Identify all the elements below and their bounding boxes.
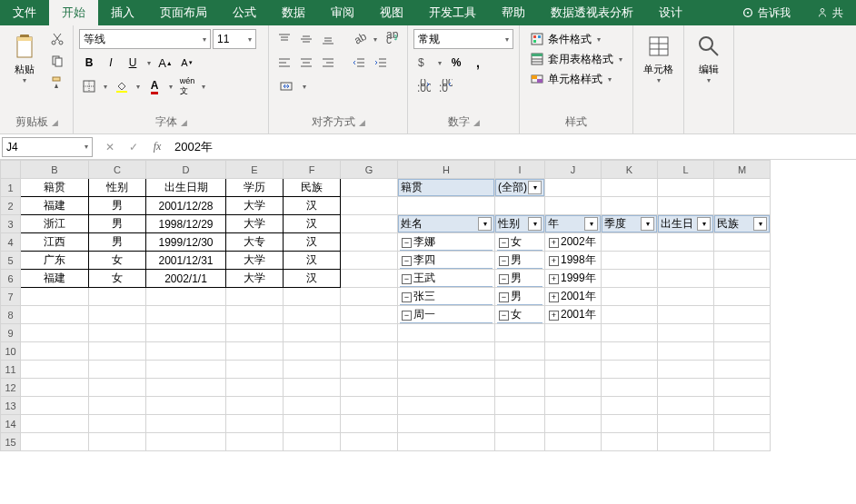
font-color-button[interactable]: A xyxy=(144,76,164,96)
cell-C1[interactable]: 性别 xyxy=(89,179,146,197)
cell-K8[interactable] xyxy=(602,306,658,324)
row-header-10[interactable]: 10 xyxy=(1,342,21,361)
cell-I15[interactable] xyxy=(495,433,545,451)
cell-H15[interactable] xyxy=(398,433,495,451)
cell-E4[interactable]: 大专 xyxy=(226,233,284,252)
pivot-expand-icon[interactable]: − xyxy=(402,311,412,321)
cell-H10[interactable] xyxy=(398,342,495,361)
cell-H4[interactable]: −李娜 xyxy=(398,233,495,252)
cell-L2[interactable] xyxy=(658,197,714,215)
underline-dropdown[interactable]: ▾ xyxy=(144,53,154,73)
col-header-F[interactable]: F xyxy=(284,161,341,179)
pivot-expand-icon[interactable]: + xyxy=(549,238,559,248)
cell-B14[interactable] xyxy=(21,415,89,433)
cell-D9[interactable] xyxy=(146,324,226,342)
tab-home[interactable]: 开始 xyxy=(49,0,98,25)
cell-I8[interactable]: −女 xyxy=(495,306,545,324)
cell-K15[interactable] xyxy=(602,433,658,451)
cell-B15[interactable] xyxy=(21,433,89,451)
cell-I7[interactable]: −男 xyxy=(495,288,545,306)
merge-center-button[interactable] xyxy=(274,76,298,96)
cell-F2[interactable]: 汉 xyxy=(284,197,341,215)
cell-B9[interactable] xyxy=(21,324,89,342)
increase-font-button[interactable]: A▲ xyxy=(155,53,175,73)
cell-L8[interactable] xyxy=(658,306,714,324)
pivot-filter-L[interactable]: ▾ xyxy=(697,217,711,231)
cell-E3[interactable]: 大学 xyxy=(226,215,284,233)
comma-button[interactable]: , xyxy=(468,53,488,73)
cell-M1[interactable] xyxy=(714,179,771,197)
tab-pivot-analyze[interactable]: 数据透视表分析 xyxy=(538,0,646,25)
cell-G6[interactable] xyxy=(341,270,398,288)
decrease-font-button[interactable]: A▼ xyxy=(177,53,197,73)
cell-H8[interactable]: −周一 xyxy=(398,306,495,324)
fx-icon[interactable]: fx xyxy=(145,137,169,157)
cell-styles-button[interactable]: 单元格样式▾ xyxy=(525,69,616,89)
cell-C3[interactable]: 男 xyxy=(89,215,146,233)
cut-button[interactable] xyxy=(47,29,67,49)
italic-button[interactable]: I xyxy=(101,53,121,73)
cell-G11[interactable] xyxy=(341,361,398,379)
cell-G12[interactable] xyxy=(341,379,398,397)
pivot-expand-icon[interactable]: + xyxy=(549,256,559,266)
cell-F1[interactable]: 民族 xyxy=(284,179,341,197)
col-header-J[interactable]: J xyxy=(545,161,602,179)
cell-L13[interactable] xyxy=(658,397,714,415)
cell-G14[interactable] xyxy=(341,415,398,433)
cell-F11[interactable] xyxy=(284,361,341,379)
cell-E1[interactable]: 学历 xyxy=(226,179,284,197)
cell-I3[interactable]: 性别▾ xyxy=(495,215,545,233)
cell-H6[interactable]: −王武 xyxy=(398,270,495,288)
cell-B4[interactable]: 江西 xyxy=(21,233,89,252)
cell-D4[interactable]: 1999/12/30 xyxy=(146,233,226,252)
cell-C4[interactable]: 男 xyxy=(89,233,146,252)
cell-H13[interactable] xyxy=(398,397,495,415)
cell-F3[interactable]: 汉 xyxy=(284,215,341,233)
cell-D3[interactable]: 1998/12/29 xyxy=(146,215,226,233)
font-color-dropdown[interactable]: ▾ xyxy=(166,76,175,96)
cell-E10[interactable] xyxy=(226,342,284,361)
cell-L7[interactable] xyxy=(658,288,714,306)
accounting-format-button[interactable]: $ xyxy=(413,53,433,73)
cell-J13[interactable] xyxy=(545,397,602,415)
cell-M10[interactable] xyxy=(714,342,771,361)
tab-file[interactable]: 文件 xyxy=(0,0,49,25)
cell-L15[interactable] xyxy=(658,433,714,451)
cell-K10[interactable] xyxy=(602,342,658,361)
cell-J2[interactable] xyxy=(545,197,602,215)
cell-K4[interactable] xyxy=(602,233,658,252)
cell-D1[interactable]: 出生日期 xyxy=(146,179,226,197)
tab-formulas[interactable]: 公式 xyxy=(220,0,269,25)
borders-dropdown[interactable]: ▾ xyxy=(101,76,110,96)
pivot-expand-icon[interactable]: − xyxy=(402,274,412,284)
col-header-I[interactable]: I xyxy=(495,161,545,179)
cell-H11[interactable] xyxy=(398,361,495,379)
number-launcher[interactable]: ◢ xyxy=(473,118,480,127)
cell-K1[interactable] xyxy=(602,179,658,197)
percent-button[interactable]: % xyxy=(446,53,466,73)
cell-C15[interactable] xyxy=(89,433,146,451)
cell-G8[interactable] xyxy=(341,306,398,324)
cell-C2[interactable]: 男 xyxy=(89,197,146,215)
cell-D7[interactable] xyxy=(146,288,226,306)
cell-G4[interactable] xyxy=(341,233,398,252)
cell-B1[interactable]: 籍贯 xyxy=(21,179,89,197)
cell-B13[interactable] xyxy=(21,397,89,415)
format-painter-button[interactable] xyxy=(47,73,67,93)
cell-F8[interactable] xyxy=(284,306,341,324)
cell-K13[interactable] xyxy=(602,397,658,415)
cell-M4[interactable] xyxy=(714,233,771,252)
col-header-C[interactable]: C xyxy=(89,161,146,179)
cell-F13[interactable] xyxy=(284,397,341,415)
col-header-B[interactable]: B xyxy=(21,161,89,179)
cell-E13[interactable] xyxy=(226,397,284,415)
cell-E15[interactable] xyxy=(226,433,284,451)
cell-L3[interactable]: 出生日▾ xyxy=(658,215,714,233)
cell-E2[interactable]: 大学 xyxy=(226,197,284,215)
increase-indent-button[interactable] xyxy=(371,53,391,73)
cell-C8[interactable] xyxy=(89,306,146,324)
cell-M5[interactable] xyxy=(714,252,771,270)
cell-B3[interactable]: 浙江 xyxy=(21,215,89,233)
cell-F14[interactable] xyxy=(284,415,341,433)
cell-M3[interactable]: 民族▾ xyxy=(714,215,771,233)
